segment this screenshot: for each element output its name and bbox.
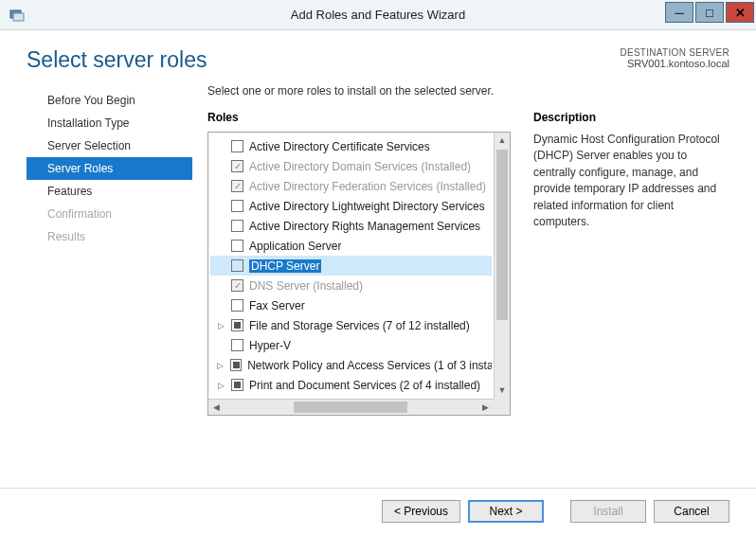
role-label: Active Directory Domain Services (Instal… (249, 160, 471, 173)
cancel-button[interactable]: Cancel (654, 500, 729, 523)
role-label: Active Directory Rights Management Servi… (249, 220, 480, 233)
minimize-button[interactable]: ─ (665, 2, 693, 23)
role-label: DHCP Server (249, 259, 321, 273)
role-row[interactable]: Active Directory Domain Services (Instal… (210, 156, 492, 176)
role-checkbox[interactable] (231, 299, 243, 312)
wizard-footer: < Previous Next > Install Cancel (0, 488, 756, 533)
scroll-thumb[interactable] (496, 150, 508, 320)
role-label: Active Directory Certificate Services (249, 140, 430, 153)
window-title: Add Roles and Features Wizard (0, 8, 756, 22)
roles-list[interactable]: Active Directory Certificate ServicesAct… (208, 133, 494, 399)
destination-label: DESTINATION SERVER (620, 47, 729, 58)
role-label: Active Directory Lightweight Directory S… (249, 200, 485, 213)
instruction-text: Select one or more roles to install on t… (207, 84, 729, 98)
role-label: Fax Server (249, 299, 305, 312)
hscroll-thumb[interactable] (294, 401, 407, 413)
role-label: Hyper-V (249, 339, 291, 352)
roles-listbox: Active Directory Certificate ServicesAct… (207, 132, 511, 416)
role-row[interactable]: Active Directory Lightweight Directory S… (210, 196, 492, 216)
role-row[interactable]: ▷Network Policy and Access Services (1 o… (210, 355, 492, 375)
destination-value: SRV001.kontoso.local (620, 58, 729, 69)
next-button[interactable]: Next > (468, 500, 544, 523)
svg-rect-1 (13, 13, 24, 21)
title-bar: Add Roles and Features Wizard ─ □ ✕ (0, 0, 756, 30)
role-row[interactable]: Application Server (210, 236, 492, 256)
role-row[interactable]: Fax Server (210, 295, 492, 315)
app-icon (9, 8, 25, 23)
role-label: File and Storage Services (7 of 12 insta… (249, 319, 470, 332)
step-installation-type[interactable]: Installation Type (27, 112, 192, 134)
role-row[interactable]: ▷File and Storage Services (7 of 12 inst… (210, 315, 492, 335)
step-confirmation: Confirmation (27, 203, 192, 225)
install-button: Install (570, 500, 646, 523)
step-before-you-begin[interactable]: Before You Begin (27, 89, 192, 112)
role-checkbox[interactable] (231, 240, 243, 252)
role-label: Print and Document Services (2 of 4 inst… (249, 379, 480, 392)
maximize-button[interactable]: □ (695, 2, 724, 23)
step-features[interactable]: Features (27, 180, 192, 203)
scroll-up-icon[interactable]: ▲ (495, 133, 510, 149)
step-results: Results (27, 225, 192, 248)
roles-heading: Roles (207, 111, 511, 124)
description-heading: Description (533, 111, 729, 124)
expander-icon[interactable]: ▷ (216, 321, 225, 330)
scroll-right-icon[interactable]: ▶ (477, 400, 494, 415)
scroll-left-icon[interactable]: ◀ (208, 400, 225, 415)
role-label: Application Server (249, 240, 341, 253)
scroll-corner (494, 399, 510, 415)
window-controls: ─ □ ✕ (665, 2, 754, 23)
expander-icon[interactable]: ▷ (216, 381, 225, 390)
expander-icon[interactable]: ▷ (216, 361, 225, 370)
role-row[interactable]: DNS Server (Installed) (210, 276, 492, 295)
role-checkbox (231, 180, 243, 192)
role-checkbox[interactable] (231, 379, 243, 391)
description-text: Dynamic Host Configuration Protocol (DHC… (533, 132, 729, 230)
role-label: Network Policy and Access Services (1 of… (247, 359, 492, 372)
role-checkbox[interactable] (231, 259, 243, 272)
role-checkbox[interactable] (231, 319, 243, 331)
role-checkbox (231, 279, 243, 292)
role-checkbox (231, 160, 243, 172)
role-checkbox[interactable] (231, 339, 243, 351)
role-checkbox[interactable] (231, 140, 243, 152)
step-server-roles[interactable]: Server Roles (27, 157, 192, 180)
page-title: Select server roles (27, 47, 207, 73)
destination-server-info: DESTINATION SERVER SRV001.kontoso.local (620, 47, 729, 69)
previous-button[interactable]: < Previous (382, 500, 460, 523)
role-row[interactable]: Active Directory Certificate Services (210, 136, 492, 156)
close-button[interactable]: ✕ (726, 2, 754, 23)
horizontal-scrollbar[interactable]: ◀ ▶ (208, 399, 494, 415)
role-checkbox[interactable] (231, 220, 243, 232)
role-label: Active Directory Federation Services (In… (249, 180, 486, 193)
vertical-scrollbar[interactable]: ▲ ▼ (494, 133, 510, 399)
role-row[interactable]: Active Directory Federation Services (In… (210, 176, 492, 196)
step-server-selection[interactable]: Server Selection (27, 134, 192, 157)
role-label: DNS Server (Installed) (249, 279, 363, 293)
role-row[interactable]: ▷Print and Document Services (2 of 4 ins… (210, 375, 492, 395)
wizard-steps-sidebar: Before You Begin Installation Type Serve… (27, 84, 192, 476)
scroll-down-icon[interactable]: ▼ (495, 383, 510, 399)
role-checkbox[interactable] (231, 200, 243, 212)
role-row[interactable]: Active Directory Rights Management Servi… (210, 216, 492, 236)
role-row[interactable]: DHCP Server (210, 256, 492, 276)
role-row[interactable]: Hyper-V (210, 335, 492, 355)
role-checkbox[interactable] (230, 359, 242, 371)
